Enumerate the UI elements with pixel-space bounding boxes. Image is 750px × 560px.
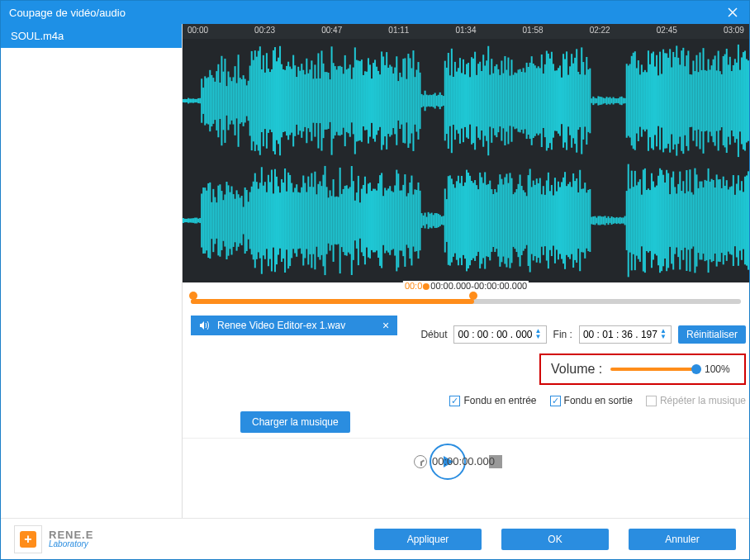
svg-rect-18 (207, 77, 209, 124)
svg-rect-291 (662, 50, 664, 153)
apply-button[interactable]: Appliquer (374, 529, 482, 550)
svg-rect-362 (214, 197, 216, 244)
svg-rect-528 (491, 189, 492, 252)
svg-rect-340 (744, 50, 746, 150)
svg-rect-101 (346, 69, 348, 132)
svg-rect-662 (714, 187, 716, 254)
volume-knob[interactable] (691, 364, 701, 374)
svg-rect-317 (706, 71, 708, 131)
svg-rect-625 (653, 182, 654, 260)
end-time-input[interactable]: 00 : 01 : 36 . 197 ▲▼ (579, 325, 672, 344)
svg-rect-153 (433, 94, 434, 107)
svg-rect-447 (356, 192, 358, 249)
svg-rect-627 (656, 186, 657, 256)
load-music-button[interactable]: Charger la musique (240, 411, 350, 433)
svg-rect-421 (312, 187, 314, 254)
svg-rect-512 (464, 183, 466, 259)
svg-rect-378 (241, 196, 243, 245)
svg-rect-647 (689, 169, 691, 272)
svg-rect-422 (314, 172, 316, 270)
svg-rect-480 (411, 176, 412, 266)
svg-rect-349 (192, 218, 194, 223)
svg-rect-131 (396, 56, 397, 145)
svg-rect-452 (364, 177, 366, 264)
svg-rect-289 (659, 52, 661, 150)
svg-rect-495 (436, 213, 438, 228)
svg-rect-469 (392, 192, 394, 249)
volume-slider[interactable] (610, 368, 696, 371)
svg-rect-370 (227, 185, 229, 255)
svg-rect-574 (567, 184, 569, 257)
svg-rect-405 (286, 192, 287, 250)
svg-rect-7 (189, 99, 191, 103)
svg-rect-355 (202, 187, 204, 254)
svg-rect-57 (273, 50, 274, 151)
svg-rect-553 (533, 181, 534, 261)
close-button[interactable] (716, 1, 749, 24)
svg-rect-350 (194, 218, 196, 224)
svg-rect-12 (197, 98, 199, 103)
svg-rect-599 (610, 218, 611, 223)
start-time-input[interactable]: 00 : 00 : 00 . 000 ▲▼ (453, 325, 546, 344)
svg-rect-147 (423, 95, 425, 107)
svg-rect-276 (638, 60, 639, 141)
svg-rect-549 (526, 196, 528, 244)
svg-rect-519 (476, 185, 477, 256)
svg-rect-91 (330, 79, 331, 122)
svg-rect-476 (404, 174, 406, 267)
svg-rect-156 (438, 95, 439, 107)
ok-button[interactable]: OK (501, 529, 609, 550)
svg-rect-237 (572, 64, 574, 139)
audio-file-chip[interactable]: Renee Video Editor-ex 1.wav × (191, 316, 397, 335)
scrubber-end-handle[interactable] (469, 292, 477, 300)
svg-rect-249 (592, 97, 594, 105)
svg-rect-14 (201, 78, 202, 122)
svg-rect-265 (619, 97, 621, 104)
waveform-display[interactable]: (function(){ var svg = document.querySel… (183, 39, 749, 282)
svg-rect-437 (339, 168, 341, 273)
svg-rect-380 (244, 187, 246, 254)
svg-rect-633 (666, 170, 667, 271)
svg-rect-568 (558, 182, 559, 260)
svg-rect-329 (726, 49, 728, 153)
scrubber-fill (191, 299, 474, 304)
svg-rect-636 (671, 178, 672, 264)
svg-rect-86 (320, 50, 322, 150)
svg-rect-159 (443, 96, 444, 106)
end-down-icon[interactable]: ▼ (659, 335, 667, 340)
svg-rect-580 (577, 192, 579, 249)
svg-rect-544 (518, 184, 520, 257)
fade-out-checkbox[interactable]: ✓ Fondu en sortie (550, 395, 633, 406)
svg-rect-671 (729, 187, 731, 254)
svg-rect-164 (451, 49, 453, 153)
svg-rect-584 (584, 183, 586, 259)
svg-rect-670 (728, 189, 729, 251)
timeline-ruler[interactable]: 00:00 00:23 00:47 01:11 01:34 01:58 02:2… (183, 24, 749, 39)
reset-button[interactable]: Réinitialiser (678, 325, 746, 344)
svg-rect-341 (746, 59, 748, 142)
remove-audio-button[interactable]: × (379, 319, 392, 332)
svg-rect-43 (249, 66, 251, 136)
fade-options: ✓ Fondu en entrée ✓ Fondu en sortie Répé… (449, 395, 746, 406)
audio-chip-label: Renee Video Editor-ex 1.wav (212, 320, 379, 331)
svg-rect-660 (711, 179, 713, 263)
svg-rect-171 (463, 59, 464, 142)
svg-rect-642 (681, 191, 682, 250)
sidebar-item-file[interactable]: SOUL.m4a (1, 24, 182, 48)
cancel-button[interactable]: Annuler (629, 529, 736, 550)
start-down-icon[interactable]: ▼ (534, 335, 543, 340)
fade-in-checkbox[interactable]: ✓ Fondu en entrée (449, 395, 536, 406)
svg-rect-23 (216, 71, 217, 131)
svg-rect-141 (412, 50, 414, 151)
repeat-checkbox[interactable]: Répéter la musique (646, 395, 746, 406)
svg-rect-143 (415, 69, 417, 131)
svg-rect-423 (316, 194, 317, 246)
svg-rect-520 (477, 189, 479, 252)
svg-rect-256 (604, 98, 605, 103)
scrubber[interactable]: 00:000:00.000-00:00:00.000 (183, 282, 749, 312)
svg-rect-82 (314, 64, 316, 136)
svg-rect-244 (584, 75, 586, 127)
scrubber-start-handle[interactable] (189, 292, 197, 300)
svg-rect-429 (326, 187, 328, 254)
svg-rect-348 (191, 218, 192, 222)
